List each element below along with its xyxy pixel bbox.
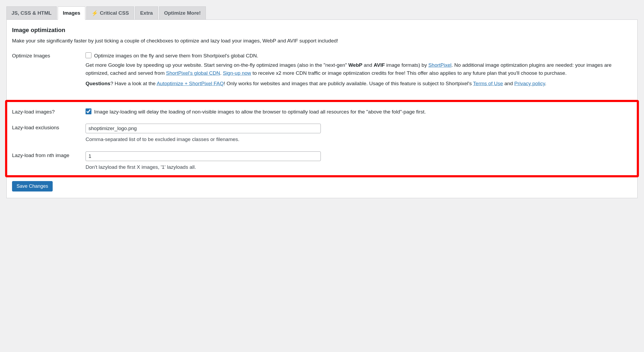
tab-critical-css[interactable]: ⚡Critical CSS bbox=[86, 6, 134, 19]
tab-images[interactable]: Images bbox=[58, 6, 85, 20]
tab-label: Optimize More! bbox=[164, 10, 201, 16]
section-title: Image optimization bbox=[12, 27, 632, 34]
link-shortpixel[interactable]: ShortPixel bbox=[428, 62, 452, 68]
settings-panel: Image optimization Make your site signif… bbox=[6, 20, 638, 198]
tab-js-css-html[interactable]: JS, CSS & HTML bbox=[6, 6, 57, 19]
save-changes-button[interactable]: Save Changes bbox=[12, 181, 53, 191]
optimize-images-description: Get more Google love by speeding up your… bbox=[86, 61, 632, 77]
highlight-box: Lazy-load images? Image lazy-loading wil… bbox=[5, 100, 639, 177]
tab-label: Critical CSS bbox=[100, 10, 129, 16]
checkbox-line: Image lazy-loading will delay the loadin… bbox=[86, 108, 632, 116]
bolt-icon: ⚡ bbox=[91, 10, 98, 16]
checkbox-line: Optimize images on the fly and serve the… bbox=[86, 52, 632, 60]
lazy-load-exclusions-input[interactable] bbox=[86, 124, 321, 133]
nav-tabs: JS, CSS & HTML Images ⚡Critical CSS Extr… bbox=[6, 6, 638, 20]
row-lazy-load-images: Lazy-load images? Image lazy-loading wil… bbox=[12, 108, 632, 116]
tab-label: JS, CSS & HTML bbox=[11, 10, 52, 16]
row-label: Lazy-load exclusions bbox=[12, 124, 86, 131]
link-terms-of-use[interactable]: Terms of Use bbox=[473, 81, 503, 86]
row-field: Image lazy-loading will delay the loadin… bbox=[86, 108, 632, 116]
row-field: Optimize images on the fly and serve the… bbox=[86, 52, 632, 90]
link-autoptimize-shortpixel-faq[interactable]: Autoptimize + ShortPixel FAQ bbox=[157, 81, 224, 86]
lazy-load-images-checkbox-label: Image lazy-loading will delay the loadin… bbox=[94, 108, 632, 116]
row-label: Optimize Images bbox=[12, 52, 86, 59]
tab-label: Extra bbox=[140, 10, 153, 16]
row-lazy-load-nth: Lazy-load from nth image Don't lazyload … bbox=[12, 151, 632, 171]
settings-wrap: JS, CSS & HTML Images ⚡Critical CSS Extr… bbox=[0, 0, 644, 205]
link-privacy-policy[interactable]: Privacy policy bbox=[514, 81, 545, 86]
optimize-images-checkbox[interactable] bbox=[86, 52, 91, 58]
tab-label: Images bbox=[63, 10, 80, 16]
row-label: Lazy-load from nth image bbox=[12, 151, 86, 158]
row-optimize-images: Optimize Images Optimize images on the f… bbox=[12, 52, 632, 90]
lazy-load-images-checkbox[interactable] bbox=[86, 108, 91, 114]
row-label: Lazy-load images? bbox=[12, 108, 86, 115]
lazy-load-exclusions-help: Comma-separated list of to be excluded i… bbox=[86, 135, 632, 143]
section-description: Make your site significantly faster by j… bbox=[12, 38, 632, 44]
optimize-images-questions: Questions? Have a look at the Autoptimiz… bbox=[86, 80, 632, 87]
lazy-load-nth-input[interactable] bbox=[86, 151, 321, 161]
link-shortpixel-cdn[interactable]: ShortPixel's global CDN bbox=[166, 70, 220, 76]
row-lazy-load-exclusions: Lazy-load exclusions Comma-separated lis… bbox=[12, 124, 632, 143]
link-signup-now[interactable]: Sign-up now bbox=[223, 70, 251, 76]
optimize-images-checkbox-label: Optimize images on the fly and serve the… bbox=[94, 52, 632, 60]
tab-extra[interactable]: Extra bbox=[135, 6, 158, 19]
row-field: Comma-separated list of to be excluded i… bbox=[86, 124, 632, 143]
lazy-load-nth-help: Don't lazyload the first X images, '1' l… bbox=[86, 163, 632, 171]
tab-optimize-more[interactable]: Optimize More! bbox=[159, 6, 206, 19]
row-field: Don't lazyload the first X images, '1' l… bbox=[86, 151, 632, 171]
